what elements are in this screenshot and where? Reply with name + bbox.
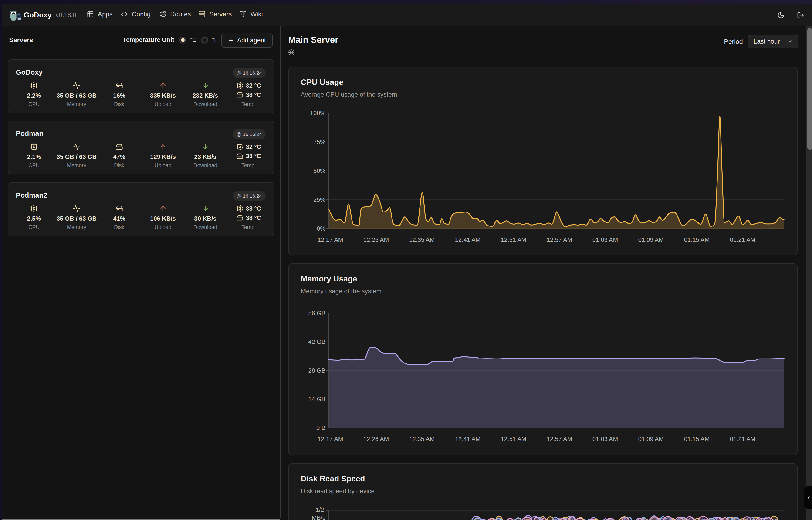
- svg-text:75%: 75%: [313, 138, 326, 146]
- svg-text:0 B: 0 B: [316, 424, 326, 431]
- svg-text:14 GB: 14 GB: [308, 396, 326, 402]
- svg-text:25%: 25%: [313, 196, 326, 203]
- svg-text:0%: 0%: [317, 225, 326, 232]
- svg-text:1/2: 1/2: [316, 506, 324, 513]
- svg-text:100%: 100%: [310, 109, 326, 116]
- svg-text:01:15 AM: 01:15 AM: [684, 236, 709, 243]
- svg-text:42 GB: 42 GB: [308, 338, 326, 345]
- svg-text:12:26 AM: 12:26 AM: [363, 436, 389, 442]
- svg-text:01:21 AM: 01:21 AM: [730, 436, 755, 442]
- svg-text:MB/s: MB/s: [312, 514, 326, 520]
- svg-text:12:41 AM: 12:41 AM: [455, 436, 480, 442]
- svg-text:01:03 AM: 01:03 AM: [592, 436, 618, 442]
- svg-text:12:41 AM: 12:41 AM: [455, 236, 480, 243]
- svg-text:28 GB: 28 GB: [308, 367, 326, 374]
- svg-text:12:17 AM: 12:17 AM: [317, 436, 343, 442]
- svg-text:12:26 AM: 12:26 AM: [363, 236, 389, 243]
- svg-text:12:35 AM: 12:35 AM: [409, 236, 435, 243]
- svg-text:01:09 AM: 01:09 AM: [638, 236, 664, 243]
- svg-text:12:51 AM: 12:51 AM: [501, 436, 526, 442]
- svg-text:56 GB: 56 GB: [308, 310, 326, 317]
- svg-text:12:35 AM: 12:35 AM: [409, 436, 435, 442]
- svg-text:01:03 AM: 01:03 AM: [592, 236, 618, 243]
- svg-text:01:21 AM: 01:21 AM: [730, 236, 755, 243]
- svg-text:12:57 AM: 12:57 AM: [547, 236, 572, 243]
- svg-text:12:51 AM: 12:51 AM: [501, 236, 526, 243]
- svg-text:12:17 AM: 12:17 AM: [317, 236, 343, 243]
- svg-text:12:57 AM: 12:57 AM: [547, 436, 572, 442]
- svg-text:50%: 50%: [313, 167, 326, 174]
- svg-text:01:09 AM: 01:09 AM: [638, 436, 664, 442]
- svg-text:01:15 AM: 01:15 AM: [684, 436, 709, 442]
